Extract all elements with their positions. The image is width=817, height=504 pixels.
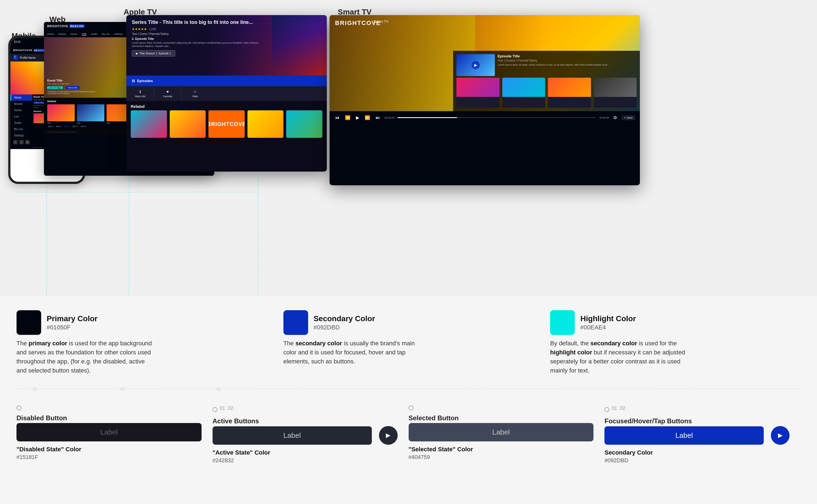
web-page-4[interactable]: Item 4: [72, 125, 79, 128]
atv-rate-label: Rate: [192, 95, 198, 98]
stv-controls: ⏮ ⏪ ▶ ⏩ ⏭ 00:00:00 00:00:00 ⚙ ↩ Back: [329, 111, 640, 124]
stv-skip-forward-button[interactable]: ⏭: [374, 114, 381, 121]
mobile-nav-live[interactable]: Live: [10, 113, 32, 120]
selected-state-header: [408, 405, 594, 410]
web-nav-series[interactable]: Series: [71, 33, 78, 35]
primary-color-name: Primary Color: [47, 314, 97, 323]
stv-settings-button[interactable]: ⚙: [612, 114, 618, 121]
web-thumb-label-1: Title: [47, 122, 75, 124]
highlight-color-name: Highlight Color: [580, 314, 636, 323]
web-nav-movies[interactable]: Movies: [58, 33, 66, 35]
web-page-5[interactable]: Item 5: [80, 125, 87, 128]
active-button[interactable]: Label: [212, 426, 372, 445]
atv-hero-content: Series Title - This title is too big to …: [132, 19, 269, 57]
mobile-nav-settings[interactable]: Settings: [10, 132, 32, 139]
mobile-nav-movies[interactable]: Movies: [10, 101, 32, 107]
stv-skip-back-button[interactable]: ⏮: [334, 114, 340, 121]
facebook-icon[interactable]: f: [13, 140, 18, 144]
appletv-frame: Series Title - This title is too big to …: [126, 15, 327, 172]
stv-ep-item-3[interactable]: [548, 78, 591, 108]
atv-thumb-3[interactable]: BRIGHTCOVE: [208, 110, 245, 138]
active-num-02: 02: [228, 405, 233, 411]
atv-thumb-4[interactable]: [247, 110, 284, 138]
stv-episode-description: Lorem ipsum dolor sit amet, solum musicu…: [498, 63, 637, 67]
stv-episode-info: Episode Title Year | Duration | Parental…: [498, 54, 637, 67]
stv-ep-item-4[interactable]: [594, 78, 637, 108]
stv-back-button[interactable]: ↩ Back: [622, 115, 636, 120]
atv-more-info-label: More Info: [135, 95, 145, 98]
disabled-state-hex: #15181F: [16, 454, 201, 460]
stv-time-end: 00:00:00: [599, 116, 609, 119]
focused-button[interactable]: Label: [605, 426, 764, 445]
atv-thumb-1[interactable]: [131, 110, 167, 138]
mobile-nav-home[interactable]: Home: [10, 94, 32, 101]
atv-favorite-label: Favorite: [163, 95, 172, 98]
stv-episode-meta: Year | Duration | Parental Rating: [498, 59, 637, 62]
stv-fast-forward-button[interactable]: ⏩: [363, 114, 371, 121]
stv-ep-item-1[interactable]: [457, 78, 500, 108]
atv-rate-button[interactable]: ☆ Rate: [181, 86, 209, 101]
web-nav-guide[interactable]: Guide: [91, 33, 97, 35]
web-hero-date: Thu, Dec 12, 9:30 PM: [47, 83, 102, 85]
focused-button-group: 01 02 Focused/Hover/Tap Buttons Label ▶ …: [605, 405, 801, 464]
web-nav-settings[interactable]: Settings: [114, 33, 123, 35]
stv-episode-title: Episode Title: [498, 54, 637, 58]
web-nav-live[interactable]: Live: [82, 32, 86, 36]
web-page-3[interactable]: Item 3: [63, 125, 71, 128]
web-thumb-1[interactable]: [47, 104, 75, 121]
web-thumb-item-2: Title: [77, 104, 104, 124]
web-more-info-button[interactable]: More Info: [66, 86, 80, 89]
highlight-color-card: Highlight Color #00EAE4 By default, the …: [550, 310, 801, 375]
atv-stars: ★★★★★: [132, 27, 147, 31]
web-thumb-item-1: Title: [47, 104, 75, 124]
active-state-header: 01 02: [212, 405, 397, 413]
stv-play-pause-button[interactable]: ▶: [355, 114, 360, 121]
atv-favorite-button[interactable]: ♥ Favorite: [154, 86, 181, 101]
web-nav-mylist[interactable]: My List: [102, 33, 110, 35]
atv-episodes-button[interactable]: ⊟ Episodes: [126, 75, 327, 86]
web-nav-home[interactable]: Home: [47, 33, 54, 35]
stv-rewind-button[interactable]: ⏪: [344, 114, 351, 121]
web-page-1[interactable]: Item 1: [47, 125, 54, 128]
active-button-label: Active Buttons: [212, 417, 397, 425]
stv-progress-bar[interactable]: [397, 117, 596, 118]
web-hero-content: Event Title Thu, Dec 12, 9:30 PM Live in…: [47, 79, 102, 94]
selected-button[interactable]: Label: [408, 423, 594, 441]
focused-play-button[interactable]: ▶: [771, 426, 790, 445]
disabled-button[interactable]: Label: [16, 423, 201, 441]
button-states-row: Disabled Button Label "Disabled State" C…: [16, 405, 801, 464]
mobile-nav-mylist[interactable]: My List: [10, 126, 32, 132]
atv-thumb-2[interactable]: [170, 110, 206, 138]
atv-play-button[interactable]: ▶ Play Season 1: Episode 2: [132, 50, 175, 57]
active-play-button[interactable]: ▶: [379, 426, 397, 445]
mobile-nav-series[interactable]: Series: [10, 107, 32, 113]
atv-more-info-button[interactable]: ℹ More Info: [126, 86, 154, 101]
mobile-nav-guide[interactable]: Guide: [10, 120, 32, 126]
play-icon: ▶: [136, 52, 138, 55]
disabled-state-header: [16, 405, 201, 410]
instagram-icon[interactable]: in: [25, 140, 30, 144]
mobile-avatar: 👤: [13, 55, 18, 60]
highlight-color-header: Highlight Color #00EAE4: [550, 310, 801, 335]
highlight-color-hex: #00EAE4: [580, 324, 636, 331]
disabled-state-name: "Disabled State" Color: [16, 446, 201, 453]
primary-color-info: Primary Color #01050F: [47, 314, 97, 331]
stv-ep-item-2[interactable]: [502, 78, 546, 108]
stv-play-icon[interactable]: ▶: [472, 61, 480, 69]
selected-state-name: "Selected State" Color: [408, 446, 594, 453]
secondary-color-description: The secondary color is usually the brand…: [283, 339, 421, 366]
twitter-icon[interactable]: t: [19, 140, 24, 144]
selected-button-label: Selected Button: [408, 414, 594, 422]
atv-episode-description: Lorem ipsum dolor sit amet, consectetur …: [132, 41, 269, 48]
bottom-section: Primary Color #01050F The primary color …: [0, 296, 817, 475]
active-btn-row: Label ▶: [212, 426, 397, 445]
highlight-color-info: Highlight Color #00EAE4: [580, 314, 636, 331]
atv-thumb-5[interactable]: [286, 110, 322, 138]
primary-color-swatch: [16, 310, 41, 335]
web-thumb-2[interactable]: [77, 104, 104, 121]
stv-episode-thumbnail: ▶: [457, 54, 495, 76]
web-hero-description: Vestibulum et justo porta hg euismod sem…: [47, 91, 102, 94]
atv-series-title: Series Title - This title is too big to …: [132, 19, 269, 26]
web-page-2[interactable]: Item 2: [55, 125, 62, 128]
secondary-color-hex: #092DBD: [313, 324, 375, 331]
